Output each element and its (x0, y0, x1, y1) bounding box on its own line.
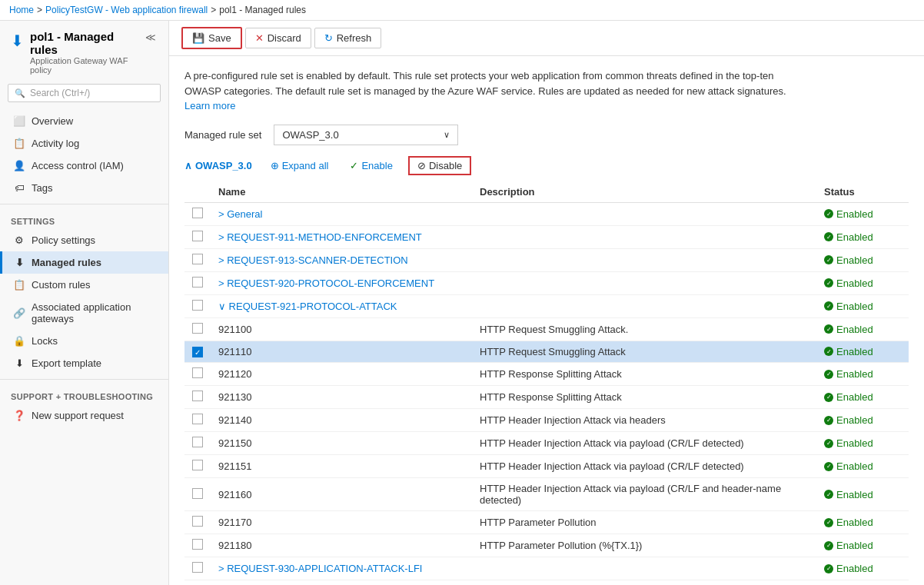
sidebar-item-new-support[interactable]: ❓ New support request (0, 404, 168, 427)
rule-name[interactable]: > REQUEST-931-APPLICATION-ATTACK-RFI (211, 580, 472, 586)
rule-name: 921110 (211, 341, 472, 363)
discard-button[interactable]: ✕ Discard (245, 28, 311, 48)
sidebar-item-label: New support request (32, 410, 124, 421)
rule-name: 921140 (211, 409, 472, 432)
sidebar-item-access-control[interactable]: 👤 Access control (IAM) (0, 155, 168, 177)
disable-icon: ⊘ (417, 160, 426, 171)
group-checkbox[interactable] (192, 277, 203, 288)
sidebar: ⬇ pol1 - Managed rules Application Gatew… (0, 21, 169, 585)
table-row: 921120HTTP Response Splitting Attack✓Ena… (184, 363, 909, 386)
breadcrumb-home[interactable]: Home (9, 5, 34, 15)
sidebar-item-overview[interactable]: ⬜ Overview (0, 110, 168, 132)
rule-name[interactable]: > REQUEST-920-PROTOCOL-ENFORCEMENT (211, 271, 472, 294)
divider (0, 204, 168, 204)
status-dot-icon: ✓ (824, 490, 833, 499)
collapse-button[interactable]: ≪ (144, 30, 158, 45)
expand-all-icon: ⊕ (271, 160, 279, 171)
sidebar-item-managed-rules[interactable]: ⬇ Managed rules (0, 251, 168, 274)
rule-description (472, 580, 816, 586)
rule-description: HTTP Header Injection Attack via payload… (472, 432, 816, 455)
rule-description: HTTP Header Injection Attack via payload… (472, 478, 816, 511)
enable-check-icon: ✓ (350, 160, 358, 171)
table-row: 921140HTTP Header Injection Attack via h… (184, 409, 909, 432)
rule-checkbox[interactable] (192, 367, 203, 378)
sidebar-item-label: Locks (32, 335, 58, 347)
rule-checkbox[interactable] (192, 437, 203, 447)
rule-status: ✓Enabled (816, 225, 909, 248)
rule-set-dropdown[interactable]: OWASP_3.0 ∨ (274, 125, 458, 145)
rule-name: 921180 (211, 534, 472, 557)
refresh-button[interactable]: ↻ Refresh (314, 28, 382, 48)
rule-name[interactable]: > REQUEST-911-METHOD-ENFORCEMENT (211, 225, 472, 248)
overview-icon: ⬜ (13, 115, 25, 127)
rule-name[interactable]: > General (211, 202, 472, 225)
toolbar: 💾 Save ✕ Discard ↻ Refresh (169, 21, 924, 56)
group-checkbox[interactable] (192, 562, 203, 573)
enable-button[interactable]: ✓ Enable (344, 157, 398, 175)
rule-description: HTTP Request Smuggling Attack. (472, 317, 816, 341)
search-icon: 🔍 (15, 88, 25, 98)
disable-button[interactable]: ⊘ Disable (408, 156, 471, 175)
rule-name[interactable]: ∨ REQUEST-921-PROTOCOL-ATTACK (211, 294, 472, 317)
rule-checkbox[interactable] (192, 460, 203, 470)
rule-set-label: Managed rule set (184, 129, 261, 141)
status-dot-icon: ✓ (824, 301, 833, 311)
rule-checkbox[interactable] (192, 391, 203, 401)
rule-description: HTTP Request Smuggling Attack (472, 341, 816, 363)
status-dot-icon: ✓ (824, 564, 833, 573)
table-row: ✓921110HTTP Request Smuggling Attack✓Ena… (184, 341, 909, 363)
sidebar-item-policy-settings[interactable]: ⚙ Policy settings (0, 229, 168, 251)
sidebar-item-custom-rules[interactable]: 📋 Custom rules (0, 274, 168, 296)
table-row: 921100HTTP Request Smuggling Attack.✓Ena… (184, 317, 909, 341)
group-checkbox[interactable] (192, 300, 203, 311)
learn-more-link[interactable]: Learn more (184, 100, 235, 111)
sidebar-item-tags[interactable]: 🏷 Tags (0, 177, 168, 199)
rule-name: 921151 (211, 455, 472, 478)
expand-all-button[interactable]: ⊕ Expand all (264, 157, 335, 175)
rule-checkbox[interactable] (192, 414, 203, 424)
sidebar-item-export-template[interactable]: ⬇ Export template (0, 352, 168, 374)
rule-checkbox[interactable]: ✓ (192, 347, 203, 357)
rule-checkbox[interactable] (192, 539, 203, 550)
sidebar-item-label: Export template (32, 357, 101, 369)
rule-description: HTTP Header Injection Attack via headers (472, 409, 816, 432)
status-dot-icon: ✓ (824, 393, 833, 402)
owasp-section: ∧ OWASP_3.0 ⊕ Expand all ✓ Enable (184, 156, 909, 586)
support-section-label: Support + troubleshooting (0, 384, 168, 404)
rule-name: 921120 (211, 363, 472, 386)
rule-status: ✓Enabled (816, 534, 909, 557)
rule-name[interactable]: > REQUEST-913-SCANNER-DETECTION (211, 248, 472, 271)
rule-status: ✓Enabled (816, 386, 909, 409)
rule-status: ✓Enabled (816, 294, 909, 317)
tags-icon: 🏷 (13, 182, 25, 194)
rule-name: 921160 (211, 478, 472, 511)
status-dot-icon: ✓ (824, 209, 833, 218)
rule-checkbox[interactable] (192, 323, 203, 334)
group-checkbox[interactable] (192, 231, 203, 241)
group-checkbox[interactable] (192, 254, 203, 264)
group-checkbox[interactable] (192, 208, 203, 218)
sidebar-item-label: Overview (32, 115, 73, 127)
rule-status: ✓Enabled (816, 363, 909, 386)
managed-rules-icon: ⬇ (13, 257, 25, 268)
sidebar-title: pol1 - Managed rules (30, 30, 138, 56)
breadcrumb-policy[interactable]: PolicyTestGW - Web application firewall (45, 5, 208, 15)
search-box[interactable]: 🔍 (8, 84, 161, 102)
rule-name[interactable]: > REQUEST-930-APPLICATION-ATTACK-LFI (211, 557, 472, 580)
search-input[interactable] (30, 88, 154, 98)
page-description: A pre-configured rule set is enabled by … (184, 68, 799, 114)
rule-status: ✓Enabled (816, 511, 909, 534)
sidebar-item-activity-log[interactable]: 📋 Activity log (0, 132, 168, 155)
sidebar-item-associated-gateways[interactable]: 🔗 Associated application gateways (0, 296, 168, 330)
discard-label: Discard (268, 32, 301, 44)
sidebar-item-locks[interactable]: 🔒 Locks (0, 330, 168, 352)
rule-checkbox[interactable] (192, 488, 203, 499)
rule-description (472, 248, 816, 271)
save-button[interactable]: 💾 Save (181, 27, 242, 49)
rule-checkbox[interactable] (192, 516, 203, 527)
rules-table: Name Description Status > General✓Enable… (184, 181, 909, 586)
table-row: 921130HTTP Response Splitting Attack✓Ena… (184, 386, 909, 409)
rule-description (472, 271, 816, 294)
sidebar-subtitle: Application Gateway WAF policy (30, 56, 138, 75)
sidebar-item-label: Access control (IAM) (32, 160, 124, 171)
